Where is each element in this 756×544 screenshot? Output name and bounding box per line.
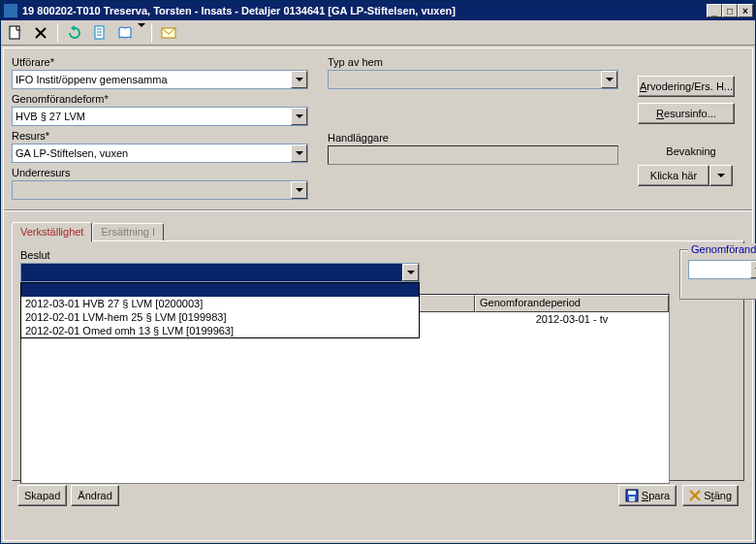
svg-marker-3 xyxy=(71,25,75,31)
underresurs-value xyxy=(16,184,291,196)
beslut-combo[interactable] xyxy=(20,263,420,282)
footer: Skapad Ändrad Spara Stäng xyxy=(12,481,744,510)
dropdown-arrow-icon[interactable] xyxy=(138,27,145,39)
arvodering-button[interactable]: Arvodering/Ers. H... xyxy=(638,76,735,97)
handlaggare-label: Handläggare xyxy=(328,132,618,144)
resurs-combo[interactable]: GA LP-Stiftelsen, vuxen xyxy=(12,144,308,163)
mail-icon[interactable] xyxy=(158,22,179,44)
resurs-value: GA LP-Stiftelsen, vuxen xyxy=(16,147,291,159)
andrad-button[interactable]: Ändrad xyxy=(71,485,118,506)
spara-button[interactable]: Spara xyxy=(618,485,677,506)
content-panel: Utförare* IFO Instit/öppenv gemensamma G… xyxy=(3,48,753,541)
chevron-down-icon[interactable] xyxy=(291,108,307,125)
svg-rect-0 xyxy=(10,26,19,39)
beslut-option-2[interactable]: 2012-02-01 LVM-hem 25 § LVM [0199983] xyxy=(21,310,419,324)
beslut-value xyxy=(21,264,402,281)
period-from-combo[interactable] xyxy=(688,260,756,279)
typavhem-label: Typ av hem xyxy=(328,56,618,68)
refresh-icon[interactable] xyxy=(64,22,85,44)
tab-row: Verkställighet Ersättning I xyxy=(12,221,744,240)
klicka-har-button[interactable]: Klicka här xyxy=(638,165,709,186)
utforare-value: IFO Instit/öppenv gemensamma xyxy=(16,74,291,85)
typavhem-value xyxy=(331,74,601,85)
titlebar: 19 800202-T010 Treserva, Torsten - Insat… xyxy=(1,1,755,20)
minimize-button[interactable]: _ xyxy=(707,4,722,17)
svg-rect-10 xyxy=(628,491,636,495)
maximize-button[interactable]: □ xyxy=(722,4,738,17)
resursinfo-button[interactable]: Resursinfo... xyxy=(638,103,735,124)
window-title: 19 800202-T010 Treserva, Torsten - Insat… xyxy=(22,5,707,16)
tabs: Verkställighet Ersättning I Beslut xyxy=(12,221,744,481)
tab-ersattning[interactable]: Ersättning I xyxy=(92,223,164,240)
form-top: Utförare* IFO Instit/öppenv gemensamma G… xyxy=(12,56,744,204)
book-icon[interactable] xyxy=(114,22,136,44)
handlaggare-value xyxy=(331,149,617,161)
period-from-value xyxy=(692,264,750,275)
genomforandeform-label: Genomförandeform* xyxy=(12,93,308,105)
genomforandeperiod-label: Genomförandeperiod xyxy=(688,243,756,255)
toolbar-separator-2 xyxy=(151,23,152,43)
utforare-label: Utförare* xyxy=(12,56,308,68)
beslut-option-1[interactable]: 2012-03-01 HVB 27 § LVM [0200003] xyxy=(21,297,419,310)
beslut-dropdown-popup: 2012-03-01 HVB 27 § LVM [0200003] 2012-0… xyxy=(20,282,420,338)
chevron-down-icon[interactable] xyxy=(291,71,307,88)
chevron-down-icon[interactable] xyxy=(291,181,307,199)
toolbar-separator xyxy=(57,23,58,43)
skapad-button[interactable]: Skapad xyxy=(17,485,67,506)
chevron-down-icon[interactable] xyxy=(402,264,419,281)
window-buttons: _ □ × xyxy=(707,4,753,17)
bevakning-split-button: Klicka här xyxy=(638,165,744,186)
beslut-section: Beslut Beslut xyxy=(20,249,670,472)
utforare-combo[interactable]: IFO Instit/öppenv gemensamma xyxy=(12,70,308,89)
genomforandeform-value: HVB § 27 LVM xyxy=(16,111,291,122)
app-icon xyxy=(3,3,18,18)
chevron-down-icon[interactable] xyxy=(601,71,617,88)
tab-body: Beslut Beslut xyxy=(12,240,744,481)
underresurs-label: Underresurs xyxy=(12,167,308,178)
new-doc-icon[interactable] xyxy=(5,22,26,44)
typavhem-combo[interactable] xyxy=(328,70,618,89)
toolbar xyxy=(1,20,755,46)
close-button[interactable]: × xyxy=(738,4,753,17)
form-col-right: Arvodering/Ers. H... Resursinfo... Bevak… xyxy=(638,56,744,204)
handlaggare-combo[interactable] xyxy=(328,145,618,165)
close-icon xyxy=(689,490,701,501)
delete-icon[interactable] xyxy=(30,22,51,44)
tab-verkstallighet[interactable]: Verkställighet xyxy=(12,222,92,241)
horizontal-separator xyxy=(4,209,752,211)
save-icon xyxy=(625,489,639,502)
genomforandeperiod-group: Genomförandeperiod - xyxy=(679,249,756,300)
col-period-header[interactable]: Genomforandeperiod xyxy=(475,295,669,312)
beslut-label: Beslut xyxy=(20,249,670,261)
form-col-left: Utförare* IFO Instit/öppenv gemensamma G… xyxy=(12,56,308,204)
svg-rect-11 xyxy=(629,496,635,501)
bevakning-dropdown-button[interactable] xyxy=(709,165,733,186)
app-window: 19 800202-T010 Treserva, Torsten - Insat… xyxy=(0,0,756,544)
chevron-down-icon[interactable] xyxy=(750,261,756,278)
chevron-down-icon[interactable] xyxy=(291,144,307,162)
stang-button[interactable]: Stäng xyxy=(682,485,739,506)
table-cell-period[interactable]: 2012-03-01 - tv xyxy=(475,312,669,326)
beslut-option-0[interactable] xyxy=(21,283,419,297)
underresurs-combo[interactable] xyxy=(12,180,308,200)
beslut-option-3[interactable]: 2012-02-01 Omed omh 13 § LVM [0199963] xyxy=(21,324,419,337)
resurs-label: Resurs* xyxy=(12,130,308,142)
genomforandeform-combo[interactable]: HVB § 27 LVM xyxy=(12,107,308,126)
form-col-mid: Typ av hem Handläggare xyxy=(328,56,618,204)
document-icon[interactable] xyxy=(89,22,110,44)
period-group-wrap: Genomförandeperiod - xyxy=(679,249,756,472)
bevakning-label: Bevakning xyxy=(638,145,744,157)
